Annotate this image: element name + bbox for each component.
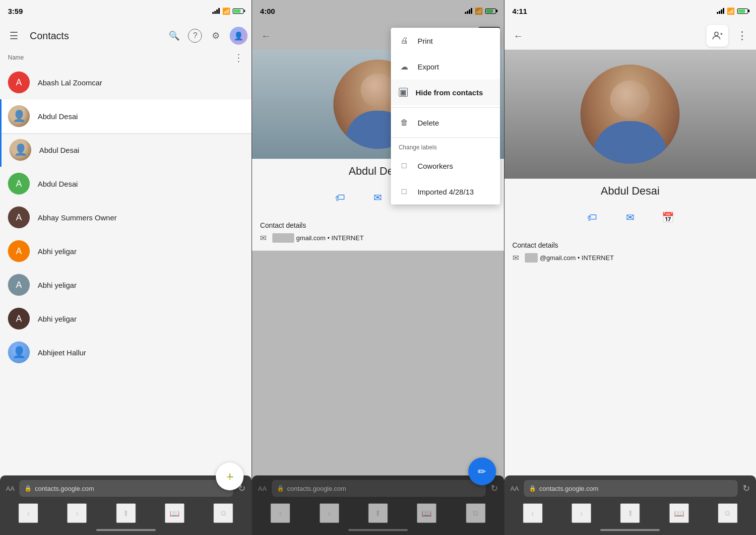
avatar: A — [8, 240, 30, 262]
section-header-1: Name ⋮ — [0, 50, 252, 66]
folder-icon-2: □ — [399, 186, 410, 197]
tabs-btn-2[interactable]: ⧉ — [466, 503, 486, 523]
more-options-header[interactable]: ⋮ — [234, 52, 244, 64]
search-button-1[interactable]: 🔍 — [164, 26, 184, 46]
coworkers-label: Coworkers — [418, 162, 453, 170]
email-domain-2: gmail.com • INTERNET — [296, 234, 364, 242]
url-bar-1[interactable]: 🔒 contacts.google.com — [19, 480, 233, 497]
user-avatar-1[interactable]: 👤 — [230, 27, 248, 45]
home-indicator-2 — [252, 525, 504, 535]
email-icon-2[interactable]: ✉ — [368, 188, 388, 207]
bookmarks-btn-2[interactable]: 📖 — [417, 503, 437, 523]
more-button-3[interactable]: ⋮ — [732, 26, 752, 46]
contact-name: Abhay Summers Owner — [38, 213, 117, 222]
tabs-btn-1[interactable]: ⧉ — [213, 503, 233, 523]
contact-name: Abhijeet Hallur — [38, 348, 86, 357]
menu-item-coworkers[interactable]: □ Coworkers — [391, 153, 500, 179]
browser-controls-1: ‹ › ⬆ 📖 ⧉ — [0, 501, 252, 525]
signal-icon-3 — [717, 8, 724, 14]
add-contact-fab[interactable]: + — [216, 463, 244, 490]
list-item[interactable]: A Abdul Desai — [0, 167, 252, 201]
list-item[interactable]: A Abash Lal Zoomcar — [0, 66, 252, 99]
email-row-2: ✉ lllllllllll gmail.com • INTERNET — [260, 233, 496, 243]
app-title-1: Contacts — [30, 30, 160, 42]
nav-back-btn-1[interactable]: ‹ — [18, 503, 38, 523]
avatar: 👤 — [8, 341, 30, 363]
battery-icon-3 — [737, 8, 748, 14]
list-item[interactable]: A Abhi yeligar — [0, 302, 252, 335]
share-btn-3[interactable]: ⬆ — [620, 503, 640, 523]
list-item[interactable]: 👤 Abdul Desai — [0, 99, 252, 133]
contact-details-section-2: Contact details ✉ lllllllllll gmail.com … — [252, 213, 504, 251]
reload-btn-2[interactable]: ↻ — [491, 483, 498, 494]
settings-button-1[interactable]: ⚙ — [206, 26, 226, 46]
email-username-3: lllll — [525, 253, 538, 263]
nav-forward-btn-1[interactable]: › — [67, 503, 87, 523]
contact-name: Abdul Desai — [38, 112, 78, 121]
status-bar-3: 4:11 📶 — [504, 0, 756, 22]
list-item[interactable]: A Abhi yeligar — [0, 234, 252, 268]
font-size-btn-3[interactable]: AA — [510, 485, 519, 492]
list-item[interactable]: 👤 Abhijeet Hallur — [0, 335, 252, 369]
delete-icon: 🗑 — [399, 117, 410, 128]
contact-name: Abhi yeligar — [38, 315, 76, 323]
tabs-btn-3[interactable]: ⧉ — [718, 503, 738, 523]
imported-label: Imported 4/28/13 — [418, 188, 474, 196]
label-icon-3[interactable]: 🏷 — [582, 207, 602, 227]
time-2: 4:00 — [260, 7, 275, 15]
menu-item-hide[interactable]: ▣ Hide from contacts — [391, 79, 500, 105]
contact-name: Abdul Desai — [39, 146, 79, 154]
nav-back-btn-3[interactable]: ‹ — [523, 503, 543, 523]
change-labels-section: Change labels — [391, 140, 500, 153]
hamburger-button-1[interactable]: ☰ — [4, 26, 24, 46]
list-item[interactable]: A Abhay Summers Owner — [0, 201, 252, 234]
contact-details-title-3: Contact details — [512, 241, 748, 249]
edit-icon-2: ✏ — [478, 466, 486, 477]
menu-item-imported[interactable]: □ Imported 4/28/13 — [391, 179, 500, 204]
export-label: Export — [418, 63, 439, 71]
url-bar-3[interactable]: 🔒 contacts.google.com — [524, 480, 738, 497]
list-item[interactable]: A Abhi yeligar — [0, 268, 252, 302]
email-icon-3[interactable]: ✉ — [620, 207, 640, 227]
status-icons-3: 📶 — [717, 7, 748, 15]
url-bar-2[interactable]: 🔒 contacts.google.com — [272, 480, 486, 497]
menu-item-delete[interactable]: 🗑 Delete — [391, 110, 500, 135]
hide-icon: ▣ — [399, 88, 408, 97]
help-button-1[interactable]: ? — [188, 29, 202, 43]
email-icon-row-3: ✉ — [512, 253, 519, 263]
menu-divider-1 — [391, 107, 500, 108]
calendar-icon-3[interactable]: 📅 — [658, 207, 678, 227]
email-domain-3: @gmail.com • INTERNET — [540, 254, 614, 262]
browser-bar-2: AA 🔒 contacts.google.com ↻ — [252, 475, 504, 501]
nav-back-btn-2[interactable]: ‹ — [270, 503, 290, 523]
bookmarks-btn-1[interactable]: 📖 — [165, 503, 185, 523]
label-icon-2[interactable]: 🏷 — [330, 188, 350, 207]
menu-item-export[interactable]: ☁ Export — [391, 54, 500, 79]
share-btn-1[interactable]: ⬆ — [116, 503, 136, 523]
contact-name: Abdul Desai — [38, 180, 78, 188]
detail-header-3: ← ⋮ — [504, 22, 756, 50]
menu-item-print[interactable]: 🖨 Print — [391, 28, 500, 54]
contact-hero-3 — [504, 50, 756, 179]
share-btn-2[interactable]: ⬆ — [368, 503, 388, 523]
print-label: Print — [418, 37, 433, 45]
nav-forward-btn-2[interactable]: › — [319, 503, 339, 523]
avatar: A — [8, 173, 30, 195]
back-button-3[interactable]: ← — [508, 26, 528, 46]
contact-details-title-2: Contact details — [260, 221, 496, 229]
add-contact-button-3[interactable] — [706, 25, 728, 47]
list-item[interactable]: 👤 Abdul Desai — [0, 133, 252, 167]
nav-forward-btn-3[interactable]: › — [571, 503, 591, 523]
hero-bg-3 — [504, 50, 756, 179]
battery-icon-1 — [233, 8, 244, 14]
url-text-2: contacts.google.com — [287, 485, 346, 492]
panel-1: 3:59 📶 ☰ Contacts 🔍 ? ⚙ 👤 Name ⋮ A Abas — [0, 0, 252, 535]
bookmarks-btn-3[interactable]: 📖 — [669, 503, 689, 523]
font-size-btn-1[interactable]: AA — [6, 485, 14, 492]
reload-btn-3[interactable]: ↻ — [743, 483, 750, 494]
font-size-btn-2[interactable]: AA — [258, 485, 266, 492]
email-icon-row-2: ✉ — [260, 233, 266, 243]
time-3: 4:11 — [512, 7, 527, 15]
back-button-2[interactable]: ← — [256, 26, 276, 46]
edit-fab-2[interactable]: ✏ — [468, 458, 496, 485]
